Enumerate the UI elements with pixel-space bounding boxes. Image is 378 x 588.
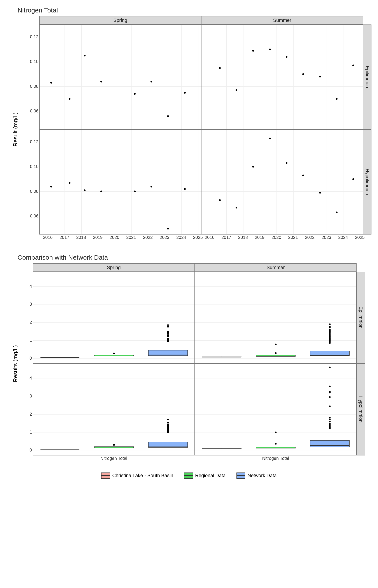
facet-strip-col: Summer (201, 16, 363, 25)
legend-item: Christina Lake - South Basin (101, 472, 173, 479)
legend-label: Network Data (247, 473, 276, 478)
data-point (286, 56, 287, 58)
y-tick: 4 (29, 375, 32, 380)
chart-panel (195, 363, 357, 455)
x-tick-gutter: 2016201720182019202020212022202320242025 (39, 235, 201, 243)
legend-key (184, 472, 193, 479)
data-point (352, 178, 354, 180)
chart1-ylabel: Result (mg/L) (11, 25, 20, 235)
data-point (50, 186, 52, 187)
x-tick: 2024 (176, 235, 186, 240)
x-tick: 2017 (59, 235, 69, 240)
data-point (336, 98, 338, 100)
facet-strip-col: Spring (39, 16, 201, 25)
outlier-point (113, 444, 115, 445)
outlier-point (167, 423, 169, 425)
outlier-point (329, 396, 331, 398)
chart2-title: Comparison with Network Data (17, 254, 374, 261)
boxplot-box (310, 440, 350, 447)
legend-item: Network Data (236, 472, 276, 479)
outlier-point (329, 323, 331, 325)
data-point (286, 162, 287, 164)
facet-strip-row: Hypolimnion (357, 363, 365, 455)
boxplot-box (148, 442, 188, 448)
legend-label: Regional Data (195, 473, 226, 478)
outlier-point (329, 417, 331, 419)
x-tick: 2016 (43, 235, 53, 240)
boxplot-box (40, 357, 80, 357)
data-point (319, 76, 321, 78)
x-tick-gutter: Nitrogen Total (195, 455, 357, 464)
y-tick: 0 (29, 356, 32, 361)
data-point (219, 67, 221, 69)
x-tick: 2025 (355, 235, 365, 240)
boxplot-box (202, 357, 242, 357)
chart1-facet-grid: Result (mg/L)SpringSummerEpilimnionHypol… (11, 16, 374, 243)
facet-strip-row: Epilimnion (357, 272, 365, 363)
x-tick: Nitrogen Total (100, 456, 127, 461)
data-point (150, 186, 152, 187)
chart-panel (201, 25, 363, 130)
outlier-point (275, 443, 277, 445)
outlier-point (329, 326, 331, 328)
data-point (352, 65, 354, 66)
legend-key (236, 472, 245, 479)
x-tick: 2021 (288, 235, 298, 240)
chart-panel (201, 130, 363, 235)
boxplot-box (310, 351, 350, 356)
x-tick: 2019 (255, 235, 265, 240)
x-tick: 2019 (93, 235, 103, 240)
y-tick: 0.08 (30, 189, 39, 194)
outlier-point (167, 419, 169, 420)
y-tick-gutter: 0.060.080.100.12 (20, 130, 39, 235)
outlier-point (167, 331, 169, 332)
outlier-point (167, 338, 169, 339)
boxplot-box (40, 449, 80, 449)
y-tick: 0.06 (30, 214, 39, 218)
chart-panel (39, 25, 201, 130)
legend: Christina Lake - South BasinRegional Dat… (4, 472, 374, 479)
chart2-ylabel: Results (mg/L) (11, 272, 20, 455)
outlier-point (113, 353, 115, 354)
boxplot-box (256, 355, 296, 357)
data-point (302, 73, 304, 75)
x-tick: 2016 (205, 235, 215, 240)
chart-panel (195, 272, 357, 363)
boxplot-box (94, 355, 134, 356)
outlier-point (329, 405, 331, 407)
facet-strip-row: Hypolimnion (363, 130, 371, 235)
data-point (236, 89, 237, 91)
facet-strip-col: Summer (195, 263, 357, 272)
data-point (84, 189, 85, 191)
x-tick-gutter: Nitrogen Total (33, 455, 195, 464)
y-tick-gutter: 01234 (20, 272, 33, 363)
x-tick: 2022 (305, 235, 315, 240)
outlier-point (329, 419, 331, 420)
data-point (269, 138, 271, 139)
outlier-point (329, 422, 331, 424)
outlier-point (329, 367, 331, 368)
outlier-point (329, 386, 331, 387)
data-point (184, 188, 186, 190)
data-point (236, 207, 237, 208)
outlier-point (329, 391, 331, 392)
chart1-title: Nitrogen Total (17, 7, 374, 14)
data-point (167, 115, 169, 117)
legend-label: Christina Lake - South Basin (112, 473, 173, 478)
x-tick: Nitrogen Total (262, 456, 289, 461)
boxplot-box (202, 448, 242, 449)
outlier-point (167, 334, 169, 336)
y-tick: 0.06 (30, 108, 39, 114)
data-point (100, 190, 102, 192)
y-tick: 0.12 (30, 139, 39, 144)
x-tick: 2021 (126, 235, 136, 240)
data-point (252, 50, 254, 52)
data-point (134, 190, 136, 192)
y-tick: 1 (29, 429, 32, 434)
boxplot-box (94, 446, 134, 448)
facet-strip-row: Epilimnion (363, 25, 371, 130)
data-point (319, 192, 321, 194)
x-tick: 2023 (160, 235, 170, 240)
data-point (252, 166, 254, 168)
outlier-point (275, 352, 277, 354)
